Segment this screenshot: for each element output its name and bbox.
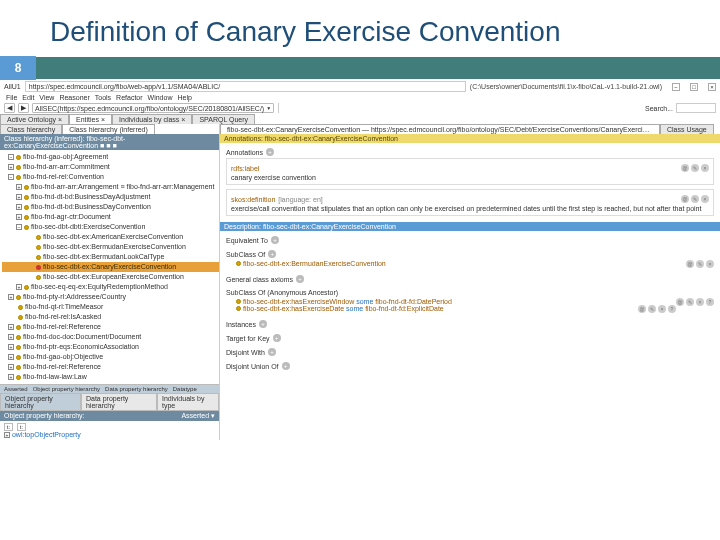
tree-node[interactable]: +fibo-fnd-arr-arr:Arrangement ≡ fibo-fnd… xyxy=(2,182,219,192)
tab-data-property-hierarchy[interactable]: Data property hierarchy xyxy=(81,393,157,411)
tree-node[interactable]: +fibo-fnd-agr-ctr:Document xyxy=(2,212,219,222)
add-instance-button[interactable]: + xyxy=(259,320,267,328)
tab-sparql[interactable]: SPARQL Query xyxy=(192,114,255,124)
expand-icon[interactable]: + xyxy=(8,344,14,350)
minimize-button[interactable]: − xyxy=(672,83,680,91)
tree-node[interactable]: +fibo-fnd-arr-arr:Commitment xyxy=(2,162,219,172)
sca-2-prop[interactable]: fibo-sec-dbt-ex:hasExerciseDate xyxy=(243,305,344,312)
sca-1-class[interactable]: fibo-fnd-dt-fd:DatePeriod xyxy=(375,298,452,305)
tab-entity-iri[interactable]: fibo-sec-dbt-ex:CanaryExerciseConvention… xyxy=(220,124,660,134)
tree-node[interactable]: +fibo-sec-eq-eq-ex:EquityRedemptionMetho… xyxy=(2,282,219,292)
anno-action-5[interactable]: ✎ xyxy=(691,195,699,203)
expand-icon[interactable]: − xyxy=(8,154,14,160)
expand-icon[interactable]: + xyxy=(8,294,14,300)
expand-icon[interactable]: + xyxy=(16,284,22,290)
tree-node[interactable]: +fibo-fnd-dt-bd:BusinessDayConvention xyxy=(2,202,219,212)
sub-act-2[interactable]: ✎ xyxy=(696,260,704,268)
tree-node[interactable]: −fibo-fnd-gao-obj:Agreement xyxy=(2,152,219,162)
menu-edit[interactable]: Edit xyxy=(22,94,34,101)
menu-window[interactable]: Window xyxy=(148,94,173,101)
tree-node[interactable]: fibo-fnd-rel-rel:IsA:asked xyxy=(2,312,219,322)
search-input[interactable] xyxy=(676,103,716,113)
ontology-url-input[interactable]: https://spec.edmcouncil.org/fibo/web-app… xyxy=(25,81,466,92)
expand-icon[interactable]: + xyxy=(8,324,14,330)
menu-view[interactable]: View xyxy=(39,94,54,101)
tree-node[interactable]: +fibo-fnd-rel-rel:Reference xyxy=(2,362,219,372)
tree-node[interactable]: +fibo-fnd-pty-rl:Addressee/Country xyxy=(2,292,219,302)
expand-icon[interactable]: − xyxy=(16,224,22,230)
tab-class-hierarchy-inferred[interactable]: Class hierarchy (inferred) xyxy=(62,124,155,134)
tree-node[interactable]: −fibo-fnd-rel-rel:Convention xyxy=(2,172,219,182)
close-button[interactable]: × xyxy=(708,83,716,91)
sub-act-1[interactable]: @ xyxy=(686,260,694,268)
add-target-button[interactable]: + xyxy=(273,334,281,342)
add-disjoint-union-button[interactable]: + xyxy=(282,362,290,370)
tab-entities[interactable]: Entities × xyxy=(69,114,112,124)
sca2-act-1[interactable]: @ xyxy=(638,305,646,313)
menu-reasoner[interactable]: Reasoner xyxy=(59,94,89,101)
tree-node[interactable]: +fibo-fnd-law-law:Law xyxy=(2,372,219,382)
expand-icon[interactable]: − xyxy=(8,174,14,180)
tree-node[interactable]: fibo-sec-dbt-ex:EuropeanExerciseConventi… xyxy=(2,272,219,282)
tree-node[interactable]: fibo-sec-dbt-ex:CanaryExerciseConvention xyxy=(2,262,219,272)
asserted-toggle[interactable]: Asserted ▾ xyxy=(181,412,215,420)
sca2-act-3[interactable]: × xyxy=(658,305,666,313)
expand-icon[interactable]: + xyxy=(8,374,14,380)
tree-node[interactable]: fibo-sec-dbt-ex:AmericanExerciseConventi… xyxy=(2,232,219,242)
anno-action-6[interactable]: × xyxy=(701,195,709,203)
nav-fwd-button[interactable]: ▶ xyxy=(18,103,29,113)
tab-object-property-hierarchy[interactable]: Object property hierarchy xyxy=(0,393,81,411)
anno-action-2[interactable]: ✎ xyxy=(691,164,699,172)
tab-class-hierarchy[interactable]: Class hierarchy xyxy=(0,124,62,134)
tree-btn-1[interactable]: t: xyxy=(4,423,13,431)
sca1-act-3[interactable]: × xyxy=(696,298,704,306)
anno-action-4[interactable]: @ xyxy=(681,195,689,203)
expand-icon[interactable]: + xyxy=(16,214,22,220)
tree-node[interactable]: fibo-fnd-qt-rl:TimeMeasor xyxy=(2,302,219,312)
tree-node[interactable]: +fibo-fnd-rel-rel:Reference xyxy=(2,322,219,332)
ontology-selector[interactable]: AllSEC (https://spec.edmcouncil.org/fibo… xyxy=(32,103,274,113)
expand-icon[interactable]: + xyxy=(8,164,14,170)
maximize-button[interactable]: □ xyxy=(690,83,698,91)
sub-act-3[interactable]: × xyxy=(706,260,714,268)
add-subclass-button[interactable]: + xyxy=(268,250,276,258)
add-disjoint-button[interactable]: + xyxy=(268,348,276,356)
menu-file[interactable]: File xyxy=(6,94,17,101)
add-gca-button[interactable]: + xyxy=(296,275,304,283)
anno-action-1[interactable]: @ xyxy=(681,164,689,172)
sca1-act-2[interactable]: ✎ xyxy=(686,298,694,306)
class-tree[interactable]: −fibo-fnd-gao-obj:Agreement+fibo-fnd-arr… xyxy=(0,150,219,384)
subclass-value[interactable]: fibo-sec-dbt-ex:BermudanExerciseConventi… xyxy=(243,260,386,267)
sca2-act-4[interactable]: ? xyxy=(668,305,676,313)
tab-class-usage[interactable]: Class Usage xyxy=(660,124,714,134)
sca-1-prop[interactable]: fibo-sec-dbt-ex:hasExerciseWindow xyxy=(243,298,354,305)
expand-icon[interactable]: + xyxy=(16,204,22,210)
tree-node[interactable]: −fibo-sec-dbt-dbti:ExerciseConvention xyxy=(2,222,219,232)
sca2-act-2[interactable]: ✎ xyxy=(648,305,656,313)
tree-node[interactable]: +fibo-fnd-gao-obj:Objective xyxy=(2,352,219,362)
add-equivalent-button[interactable]: + xyxy=(271,236,279,244)
tree-btn-2[interactable]: t: xyxy=(17,423,26,431)
tab-individuals-by-class[interactable]: Individuals by class × xyxy=(112,114,192,124)
menu-help[interactable]: Help xyxy=(177,94,191,101)
expand-icon[interactable]: + xyxy=(8,354,14,360)
object-property-tree[interactable]: t: t: + owl:topObjectProperty xyxy=(0,421,219,440)
tab-active-ontology[interactable]: Active Ontology × xyxy=(0,114,69,124)
sca-2-class[interactable]: fibo-fnd-dt-fd:ExplicitDate xyxy=(365,305,444,312)
tree-node[interactable]: fibo-sec-dbt-ex:BermudanExerciseConventi… xyxy=(2,242,219,252)
sca1-act-4[interactable]: ? xyxy=(706,298,714,306)
sca1-act-1[interactable]: @ xyxy=(676,298,684,306)
expand-icon[interactable]: + xyxy=(16,194,22,200)
add-annotation-button[interactable]: + xyxy=(266,148,274,156)
tree-node[interactable]: fibo-sec-dbt-ex:BermudanLookCalType xyxy=(2,252,219,262)
top-object-property-node[interactable]: owl:topObjectProperty xyxy=(12,431,81,438)
expand-icon[interactable]: + xyxy=(16,184,22,190)
tab-individuals-by-type[interactable]: Individuals by type xyxy=(157,393,219,411)
tree-node[interactable]: +fibo-fnd-dt-bd:BusinessDayAdjustment xyxy=(2,192,219,202)
expand-icon[interactable]: + xyxy=(8,364,14,370)
menu-refactor[interactable]: Refactor xyxy=(116,94,142,101)
anno-action-3[interactable]: × xyxy=(701,164,709,172)
expand-icon[interactable]: + xyxy=(4,432,10,438)
tree-node[interactable]: +fibo-fnd-ptr-eqs:EconomicAssociation xyxy=(2,342,219,352)
tree-node[interactable]: +fibo-fnd-doc-doc:Document/Document xyxy=(2,332,219,342)
